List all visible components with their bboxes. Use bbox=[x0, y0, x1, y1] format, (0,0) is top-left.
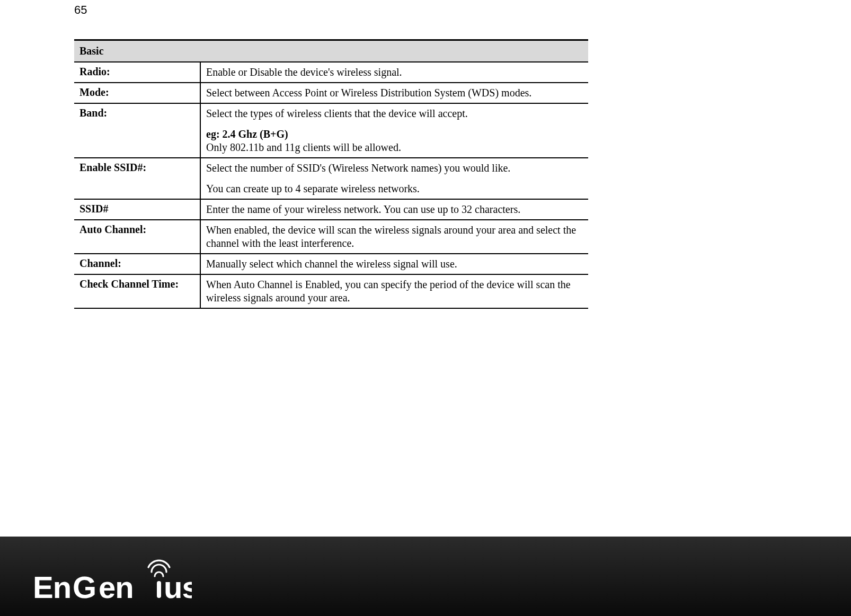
row-label: Channel: bbox=[74, 254, 200, 274]
row-desc: Enter the name of your wireless network.… bbox=[200, 199, 588, 220]
row-desc-line: Select the types of wireless clients tha… bbox=[206, 108, 468, 119]
brand-text-tail: us bbox=[164, 570, 192, 604]
row-desc-line: Select the number of SSID's (Wireless Ne… bbox=[206, 162, 510, 174]
document-content: 65 Basic Radio: Enable or Disable the de… bbox=[74, 0, 604, 309]
footer-bar: En G en us ® bbox=[0, 537, 851, 616]
row-label: Band: bbox=[74, 103, 200, 158]
row-desc: Manually select which channel the wirele… bbox=[200, 254, 588, 274]
svg-text:G: G bbox=[73, 570, 96, 604]
table-row: Radio: Enable or Disable the device's wi… bbox=[74, 62, 588, 83]
row-desc: Enable or Disable the device's wireless … bbox=[200, 62, 588, 83]
brand-logo: En G en us ® bbox=[33, 557, 192, 604]
svg-text:En: En bbox=[33, 570, 71, 604]
row-desc: Select the types of wireless clients tha… bbox=[200, 103, 588, 158]
table-header: Basic bbox=[74, 40, 588, 63]
row-desc-line: Only 802.11b and 11g clients will be all… bbox=[206, 141, 401, 153]
row-desc: When enabled, the device will scan the w… bbox=[200, 220, 588, 254]
row-label: Mode: bbox=[74, 83, 200, 103]
row-desc: When Auto Channel is Enabled, you can sp… bbox=[200, 274, 588, 308]
row-desc-eg: eg: 2.4 Ghz (B+G) bbox=[206, 128, 288, 140]
row-label: Radio: bbox=[74, 62, 200, 83]
table-row: Channel: Manually select which channel t… bbox=[74, 254, 588, 274]
row-label: Enable SSID#: bbox=[74, 158, 200, 199]
svg-text:en: en bbox=[99, 570, 134, 604]
table-row: Band: Select the types of wireless clien… bbox=[74, 103, 588, 158]
table-row: Mode: Select between Access Point or Wir… bbox=[74, 83, 588, 103]
table-row: Check Channel Time: When Auto Channel is… bbox=[74, 274, 588, 308]
row-label: SSID# bbox=[74, 199, 200, 220]
table-row: Auto Channel: When enabled, the device w… bbox=[74, 220, 588, 254]
page-number: 65 bbox=[74, 3, 604, 17]
engenius-logo-icon: En G en us ® bbox=[33, 557, 192, 604]
row-label: Auto Channel: bbox=[74, 220, 200, 254]
svg-rect-3 bbox=[157, 581, 161, 598]
row-desc-line: You can create up to 4 separate wireless… bbox=[206, 183, 420, 194]
row-desc: Select between Access Point or Wireless … bbox=[200, 83, 588, 103]
row-label: Check Channel Time: bbox=[74, 274, 200, 308]
table-row: SSID# Enter the name of your wireless ne… bbox=[74, 199, 588, 220]
basic-table: Basic Radio: Enable or Disable the devic… bbox=[74, 39, 588, 309]
row-desc: Select the number of SSID's (Wireless Ne… bbox=[200, 158, 588, 199]
table-row: Enable SSID#: Select the number of SSID'… bbox=[74, 158, 588, 199]
